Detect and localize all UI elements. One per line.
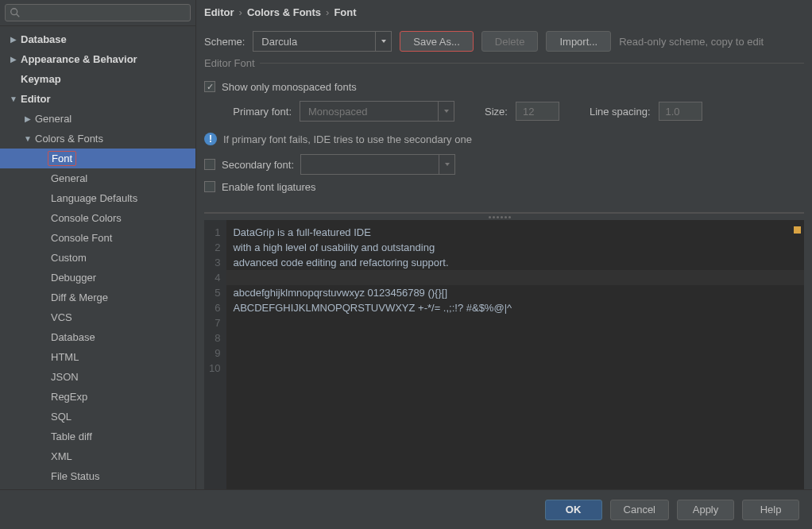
chevron-right-icon: ▶ [24,114,32,123]
ligatures-checkbox [204,181,215,192]
tree-item-table-diff[interactable]: Table diff [0,427,195,446]
tree-item-xml[interactable]: XML [0,446,195,466]
tree-item-database[interactable]: ▶Database [0,29,195,49]
secondary-font-dropdown [300,154,455,175]
tree-item-general[interactable]: ▶General [0,109,195,129]
scheme-row: Scheme: Darcula Save As... Delete Import… [196,25,812,63]
code-line [226,270,804,285]
tree-item-diff-merge[interactable]: Diff & Merge [0,288,195,307]
tree-item-file-status[interactable]: File Status [0,466,195,486]
tree-item-sql[interactable]: SQL [0,407,195,427]
tree-label: Keymap [21,73,61,85]
ok-button[interactable]: OK [545,500,602,520]
tree-label: Database [21,33,67,45]
search-field-wrap[interactable] [5,4,191,21]
cancel-button[interactable]: Cancel [610,500,669,520]
code-line [233,361,798,376]
primary-font-label: Primary font: [204,106,292,118]
tree-label: Appearance & Behavior [21,53,137,65]
tree-label: SQL [51,411,72,423]
tree-item-general2[interactable]: General [0,168,195,188]
tree-label: Console Font [51,232,112,244]
chevron-right-icon: ▶ [10,55,17,64]
breadcrumb: Editor › Colors & Fonts › Font [196,0,812,25]
tree-item-font[interactable]: ▶Font [0,149,195,168]
breadcrumb-part[interactable]: Editor [204,6,234,18]
apply-button[interactable]: Apply [677,500,734,520]
code-line: DataGrip is a full-featured IDE [233,225,798,240]
tree-label: JSON [51,371,79,383]
tree-item-lang-defaults[interactable]: Language Defaults [0,188,195,208]
settings-tree[interactable]: ▶Database ▶Appearance & Behavior ▶Keymap… [0,26,195,489]
tree-item-editor[interactable]: ▼Editor [0,89,195,109]
editor-font-group: Editor Font Show only monospaced fonts P… [204,63,804,206]
editor-preview[interactable]: 12345678910 DataGrip is a full-featured … [204,220,804,489]
warning-marker-icon[interactable] [794,226,801,234]
info-text: If primary font fails, IDE tries to use … [223,133,472,145]
gutter: 12345678910 [204,220,226,489]
settings-sidebar: ▶Database ▶Appearance & Behavior ▶Keymap… [0,0,196,489]
chevron-down-icon [439,155,454,174]
size-input [516,102,559,121]
delete-button: Delete [481,31,539,52]
tree-item-html[interactable]: HTML [0,347,195,367]
tree-item-regexp[interactable]: RegExp [0,387,195,407]
svg-point-0 [11,9,17,15]
tree-label: XML [51,450,72,462]
ligatures-row: Enable font ligatures [204,176,804,198]
tree-label: General [35,113,72,125]
tree-label: File Status [51,470,99,482]
help-button[interactable]: Help [742,500,799,520]
code-line [233,330,798,346]
tree-label: Debugger [51,272,96,284]
tree-item-debugger[interactable]: Debugger [0,268,195,288]
show-mono-checkbox[interactable] [204,81,215,92]
tree-item-colors-fonts[interactable]: ▼Colors & Fonts [0,129,195,149]
tree-label: General [51,172,87,184]
tree-label: Editor [21,93,51,105]
size-label: Size: [485,106,508,118]
secondary-font-row: Secondary font: [204,153,804,176]
code-line: advanced code editing and refactoring su… [233,255,798,270]
tree-label: Custom [51,252,87,264]
tree-item-database2[interactable]: Database [0,327,195,347]
scheme-value: Darcula [253,36,375,48]
tree-label: Table diff [51,431,92,442]
ligatures-label: Enable font ligatures [222,181,316,193]
tree-label: Language Defaults [51,192,137,204]
tree-item-keymap[interactable]: ▶Keymap [0,69,195,89]
show-mono-row[interactable]: Show only monospaced fonts [204,75,804,98]
tree-label: HTML [51,351,79,363]
tree-label: RegExp [51,391,87,403]
chevron-right-icon: › [239,6,242,18]
tree-item-appearance[interactable]: ▶Appearance & Behavior [0,49,195,69]
save-as-button[interactable]: Save As... [400,31,474,52]
svg-line-1 [17,14,20,17]
tree-label: VCS [51,311,72,323]
spacing-input [659,102,702,121]
chevron-down-icon: ▼ [10,95,17,103]
tree-label: Font [48,151,76,166]
chevron-down-icon: ▼ [24,134,32,143]
tree-item-console-colors[interactable]: Console Colors [0,208,195,228]
readonly-note: Read-only scheme, copy to edit [619,36,764,48]
tree-item-custom[interactable]: Custom [0,248,195,268]
scheme-dropdown[interactable]: Darcula [253,31,392,52]
breadcrumb-part[interactable]: Colors & Fonts [247,6,321,18]
tree-item-vcs[interactable]: VCS [0,307,195,327]
tree-label: Colors & Fonts [35,133,103,145]
splitter-handle[interactable] [489,216,520,218]
code-area[interactable]: DataGrip is a full-featured IDE with a h… [226,220,804,489]
chevron-down-icon [438,102,454,121]
code-line [233,315,798,330]
chevron-down-icon[interactable] [375,32,391,51]
search-input[interactable] [21,7,190,19]
dialog-footer: OK Cancel Apply Help [0,489,812,529]
tree-item-console-font[interactable]: Console Font [0,228,195,248]
import-button[interactable]: Import... [546,31,611,52]
primary-font-row: Primary font: Monospaced Size: Line spac… [204,98,804,129]
show-mono-label: Show only monospaced fonts [222,81,357,93]
code-line: abcdefghijklmnopqrstuvwxyz 0123456789 ()… [233,285,798,300]
tree-item-json[interactable]: JSON [0,367,195,387]
preview-wrap: 12345678910 DataGrip is a full-featured … [204,212,804,489]
